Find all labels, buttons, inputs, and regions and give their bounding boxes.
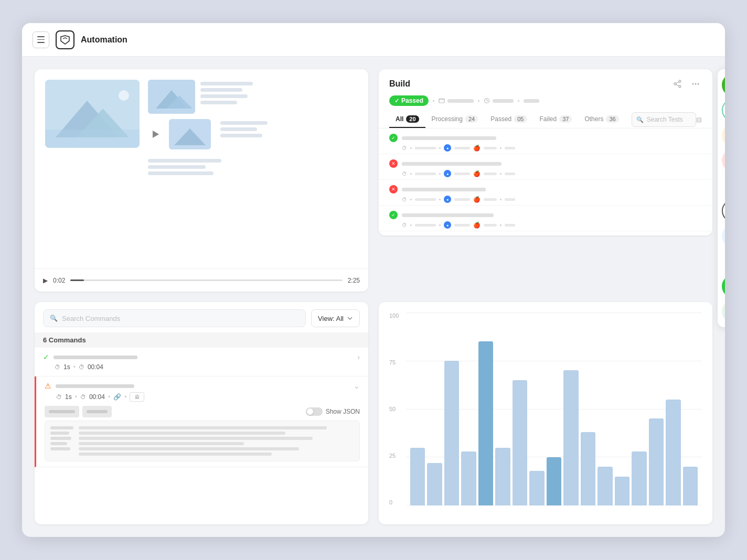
command-check-icon: ✓ xyxy=(43,353,49,361)
command-item-2: ⚠ ⌄ ⏱ 1s • ⏱ 00:04 • 🔗 • 焱 xyxy=(35,376,368,467)
build-row-4-top: ✓ xyxy=(389,211,702,219)
video-thumb-small-2[interactable] xyxy=(169,119,211,149)
build-title: Build xyxy=(389,79,410,89)
command-1-expand[interactable]: › xyxy=(357,353,360,361)
video-main-thumbnail[interactable] xyxy=(45,80,140,148)
tab-failed-label: Failed xyxy=(540,115,557,123)
svg-line-13 xyxy=(676,82,679,83)
cmd-duration-2: 00:04 xyxy=(89,393,105,401)
svg-point-17 xyxy=(698,83,699,85)
video-panel: ▶ 0:02 2:25 xyxy=(35,69,368,292)
tab-processing[interactable]: Processing 24 xyxy=(425,111,485,128)
checkmark-icon[interactable] xyxy=(722,224,725,247)
bar-15 xyxy=(666,400,680,505)
command-1-left: ✓ xyxy=(43,353,137,361)
passed-badge: ✓ Passed xyxy=(389,95,429,106)
build-row-2-meta: ⏱ ● 🍎 xyxy=(389,170,702,177)
status-icon-pass-1: ✓ xyxy=(389,134,398,142)
video-thumb-row-1 xyxy=(148,80,358,114)
cmd-duration-1: 00:04 xyxy=(88,363,103,371)
svg-line-14 xyxy=(676,85,679,86)
svg-rect-18 xyxy=(439,99,444,103)
chevron-down-icon xyxy=(347,315,353,321)
tab-failed-count: 37 xyxy=(559,115,572,123)
browser-badge-1: ● xyxy=(444,144,451,152)
lightning-icon[interactable]: ⚡ xyxy=(722,124,725,147)
command-2-expanded: Show JSON xyxy=(45,402,360,461)
cross-icon[interactable]: ✕✕ xyxy=(722,174,725,197)
video-thumb-small-1[interactable] xyxy=(148,80,195,114)
text-lines-1 xyxy=(200,80,253,104)
android-icon[interactable]: 🤖 xyxy=(722,300,725,323)
tab-failed[interactable]: Failed 37 xyxy=(533,111,579,128)
info-line-1 xyxy=(447,99,474,103)
share-icon[interactable] xyxy=(671,78,684,90)
command-2-left: ⚠ xyxy=(45,382,134,390)
pinwheel-icon[interactable] xyxy=(722,250,725,273)
shield-check-icon[interactable]: ✔ xyxy=(722,275,725,298)
theater-icon[interactable]: 🎭 xyxy=(722,149,725,172)
build-row-2: ✕ ⏱ ● 🍎 xyxy=(379,154,712,180)
build-header: Build xyxy=(379,69,712,95)
progress-bar[interactable] xyxy=(70,279,342,281)
app-logo xyxy=(56,30,74,49)
show-json-toggle[interactable] xyxy=(306,407,323,416)
tab-others[interactable]: Others 36 xyxy=(578,111,625,128)
bar-6 xyxy=(513,380,527,505)
more-options-icon[interactable] xyxy=(689,78,702,90)
taiko-icon[interactable]: TAIKO xyxy=(722,199,725,222)
clock-icon-cmd2: ⏱ xyxy=(56,394,62,400)
status-icon-pass-2: ✓ xyxy=(389,211,398,219)
passed-label: Passed xyxy=(401,97,423,104)
tab-all[interactable]: All 20 xyxy=(389,111,425,128)
video-thumb-row-2 xyxy=(148,119,358,149)
commands-search[interactable]: 🔍 Search Commands xyxy=(43,309,306,327)
tab-others-count: 36 xyxy=(606,115,618,123)
bar-10 xyxy=(581,432,595,505)
svg-point-3 xyxy=(119,90,129,101)
build-row-1-top: ✓ xyxy=(389,134,702,142)
y-label-0: 0 xyxy=(389,499,399,505)
view-select-button[interactable]: View: All xyxy=(311,309,360,327)
bar-4 xyxy=(478,341,493,505)
main-content: ▶ 0:02 2:25 Build xyxy=(22,57,725,537)
search-box[interactable]: 🔍 Search Tests xyxy=(632,112,696,127)
command-2-collapse[interactable]: ⌄ xyxy=(354,382,360,390)
apple-icon-3: 🍎 xyxy=(473,196,481,203)
clock-icon-3: ⏱ xyxy=(402,197,407,202)
command-1-meta: ⏱ 1s • ⏱ 00:04 xyxy=(43,361,360,371)
y-axis-labels: 100 75 50 25 0 xyxy=(389,313,399,514)
selenium-icon[interactable]: Se xyxy=(722,73,725,96)
clock-icon-4: ⏱ xyxy=(402,222,407,228)
hamburger-icon xyxy=(37,36,45,43)
apple-icon-2: 🍎 xyxy=(473,170,481,177)
build-panel: Build ✓ Passed xyxy=(379,69,712,235)
cmd-pill-1 xyxy=(45,406,79,417)
apple-icon-1: 🍎 xyxy=(473,145,481,152)
commands-count: 6 Commands xyxy=(43,336,86,344)
view-select-label: View: All xyxy=(318,315,344,322)
cypress-icon[interactable]: cy xyxy=(722,99,725,122)
y-label-25: 25 xyxy=(389,453,399,459)
command-2-title xyxy=(56,384,134,388)
cmd-time-2: 1s xyxy=(65,393,72,401)
search-icon-commands: 🔍 xyxy=(50,315,58,322)
hamburger-button[interactable] xyxy=(33,31,49,48)
play-icon[interactable] xyxy=(148,127,163,142)
tab-passed-count: 05 xyxy=(514,115,527,123)
play-button[interactable]: ▶ xyxy=(43,277,48,284)
build-header-icons xyxy=(671,78,702,90)
command-2-top: ⚠ ⌄ xyxy=(45,382,360,390)
filter-icon[interactable]: ⊟ xyxy=(696,116,702,124)
bar-12 xyxy=(615,477,629,505)
y-label-50: 50 xyxy=(389,406,399,412)
build-panel-wrapper: Build ✓ Passed xyxy=(379,69,712,292)
link-icon-cmd2: 🔗 xyxy=(113,393,121,401)
status-icon-fail-2: ✕ xyxy=(389,185,398,193)
tab-processing-label: Processing xyxy=(432,115,463,123)
command-1-title xyxy=(54,356,137,359)
tab-passed[interactable]: Passed 05 xyxy=(484,111,533,128)
build-row-3-meta: ⏱ ● 🍎 xyxy=(389,196,702,203)
build-row-3-top: ✕ xyxy=(389,185,702,193)
commands-count-bar: 6 Commands xyxy=(35,332,368,348)
